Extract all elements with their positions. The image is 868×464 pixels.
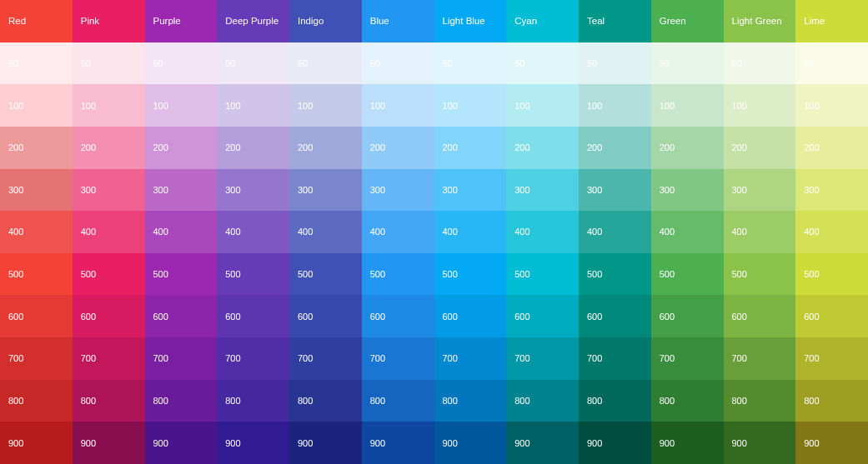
color-header-indigo[interactable]: Indigo — [289, 0, 362, 42]
swatch-light-blue-400[interactable]: 400 — [434, 211, 507, 253]
color-header-pink[interactable]: Pink — [73, 0, 145, 42]
swatch-light-blue-600[interactable]: 600 — [434, 295, 507, 337]
swatch-light-blue-300[interactable]: 300 — [434, 169, 507, 212]
swatch-indigo-800[interactable]: 800 — [289, 380, 362, 422]
swatch-light-blue-50[interactable]: 50 — [434, 42, 507, 85]
color-header-lime[interactable]: Lime — [795, 0, 868, 42]
swatch-purple-100[interactable]: 100 — [145, 84, 218, 127]
swatch-lime-50[interactable]: 50 — [795, 42, 868, 85]
swatch-indigo-600[interactable]: 600 — [289, 295, 362, 337]
swatch-light-green-500[interactable]: 500 — [724, 253, 796, 296]
swatch-teal-100[interactable]: 100 — [579, 84, 651, 127]
swatch-light-green-700[interactable]: 700 — [724, 337, 796, 380]
swatch-red-50[interactable]: 50 — [0, 42, 73, 85]
color-header-green[interactable]: Green — [651, 0, 724, 42]
swatch-light-blue-500[interactable]: 500 — [434, 253, 507, 296]
swatch-deep-purple-500[interactable]: 500 — [217, 253, 289, 296]
swatch-teal-700[interactable]: 700 — [579, 337, 651, 380]
swatch-pink-900[interactable]: 900 — [73, 422, 145, 464]
swatch-pink-100[interactable]: 100 — [73, 84, 145, 127]
swatch-light-green-200[interactable]: 200 — [724, 127, 796, 169]
swatch-red-300[interactable]: 300 — [0, 169, 73, 212]
swatch-purple-900[interactable]: 900 — [145, 422, 218, 464]
swatch-pink-300[interactable]: 300 — [73, 169, 145, 212]
color-header-blue[interactable]: Blue — [362, 0, 434, 42]
swatch-pink-500[interactable]: 500 — [73, 253, 145, 296]
swatch-green-700[interactable]: 700 — [651, 337, 724, 380]
swatch-lime-100[interactable]: 100 — [795, 84, 868, 127]
swatch-purple-400[interactable]: 400 — [145, 211, 218, 253]
swatch-deep-purple-800[interactable]: 800 — [217, 380, 289, 422]
swatch-light-blue-200[interactable]: 200 — [434, 127, 507, 169]
swatch-light-blue-100[interactable]: 100 — [434, 84, 507, 127]
swatch-lime-400[interactable]: 400 — [795, 211, 868, 253]
swatch-lime-300[interactable]: 300 — [795, 169, 868, 212]
swatch-green-100[interactable]: 100 — [651, 84, 724, 127]
swatch-red-900[interactable]: 900 — [0, 422, 73, 464]
swatch-light-green-50[interactable]: 50 — [724, 42, 796, 85]
swatch-deep-purple-900[interactable]: 900 — [217, 422, 289, 464]
swatch-green-600[interactable]: 600 — [651, 295, 724, 337]
swatch-indigo-300[interactable]: 300 — [289, 169, 362, 212]
swatch-cyan-800[interactable]: 800 — [506, 380, 579, 422]
swatch-green-800[interactable]: 800 — [651, 380, 724, 422]
swatch-pink-200[interactable]: 200 — [73, 127, 145, 169]
swatch-blue-800[interactable]: 800 — [362, 380, 434, 422]
swatch-purple-500[interactable]: 500 — [145, 253, 218, 296]
swatch-teal-600[interactable]: 600 — [579, 295, 651, 337]
swatch-pink-400[interactable]: 400 — [73, 211, 145, 253]
swatch-red-200[interactable]: 200 — [0, 127, 73, 169]
swatch-blue-200[interactable]: 200 — [362, 127, 434, 169]
swatch-indigo-500[interactable]: 500 — [289, 253, 362, 296]
color-header-red[interactable]: Red — [0, 0, 73, 42]
swatch-blue-400[interactable]: 400 — [362, 211, 434, 253]
swatch-red-700[interactable]: 700 — [0, 337, 73, 380]
swatch-deep-purple-700[interactable]: 700 — [217, 337, 289, 380]
swatch-deep-purple-600[interactable]: 600 — [217, 295, 289, 337]
swatch-light-green-100[interactable]: 100 — [724, 84, 796, 127]
swatch-lime-900[interactable]: 900 — [795, 422, 868, 464]
swatch-light-green-900[interactable]: 900 — [724, 422, 796, 464]
swatch-purple-700[interactable]: 700 — [145, 337, 218, 380]
swatch-cyan-300[interactable]: 300 — [506, 169, 579, 212]
swatch-deep-purple-50[interactable]: 50 — [217, 42, 289, 85]
swatch-teal-500[interactable]: 500 — [579, 253, 651, 296]
color-header-teal[interactable]: Teal — [579, 0, 651, 42]
swatch-blue-500[interactable]: 500 — [362, 253, 434, 296]
swatch-purple-600[interactable]: 600 — [145, 295, 218, 337]
swatch-purple-200[interactable]: 200 — [145, 127, 218, 169]
swatch-teal-900[interactable]: 900 — [579, 422, 651, 464]
swatch-blue-50[interactable]: 50 — [362, 42, 434, 85]
swatch-lime-800[interactable]: 800 — [795, 380, 868, 422]
swatch-light-blue-900[interactable]: 900 — [434, 422, 507, 464]
swatch-cyan-700[interactable]: 700 — [506, 337, 579, 380]
swatch-red-600[interactable]: 600 — [0, 295, 73, 337]
swatch-blue-900[interactable]: 900 — [362, 422, 434, 464]
swatch-light-blue-800[interactable]: 800 — [434, 380, 507, 422]
swatch-deep-purple-300[interactable]: 300 — [217, 169, 289, 212]
color-header-light-blue[interactable]: Light Blue — [434, 0, 507, 42]
swatch-cyan-200[interactable]: 200 — [506, 127, 579, 169]
swatch-teal-200[interactable]: 200 — [579, 127, 651, 169]
swatch-light-green-300[interactable]: 300 — [724, 169, 796, 212]
swatch-blue-100[interactable]: 100 — [362, 84, 434, 127]
swatch-green-500[interactable]: 500 — [651, 253, 724, 296]
swatch-teal-400[interactable]: 400 — [579, 211, 651, 253]
swatch-light-green-400[interactable]: 400 — [724, 211, 796, 253]
swatch-pink-800[interactable]: 800 — [73, 380, 145, 422]
swatch-green-50[interactable]: 50 — [651, 42, 724, 85]
swatch-deep-purple-200[interactable]: 200 — [217, 127, 289, 169]
color-header-cyan[interactable]: Cyan — [506, 0, 579, 42]
color-header-light-green[interactable]: Light Green — [724, 0, 796, 42]
swatch-purple-50[interactable]: 50 — [145, 42, 218, 85]
swatch-cyan-100[interactable]: 100 — [506, 84, 579, 127]
swatch-indigo-900[interactable]: 900 — [289, 422, 362, 464]
swatch-green-200[interactable]: 200 — [651, 127, 724, 169]
swatch-cyan-400[interactable]: 400 — [506, 211, 579, 253]
color-header-deep-purple[interactable]: Deep Purple — [217, 0, 289, 42]
swatch-red-800[interactable]: 800 — [0, 380, 73, 422]
swatch-green-400[interactable]: 400 — [651, 211, 724, 253]
swatch-green-300[interactable]: 300 — [651, 169, 724, 212]
swatch-teal-50[interactable]: 50 — [579, 42, 651, 85]
swatch-blue-700[interactable]: 700 — [362, 337, 434, 380]
